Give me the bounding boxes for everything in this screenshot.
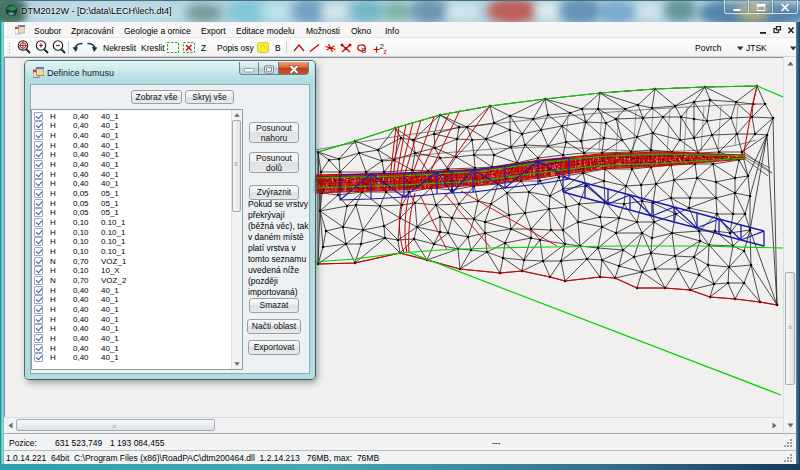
svg-text:z: z: [384, 48, 387, 55]
svg-text:B: B: [362, 47, 367, 54]
